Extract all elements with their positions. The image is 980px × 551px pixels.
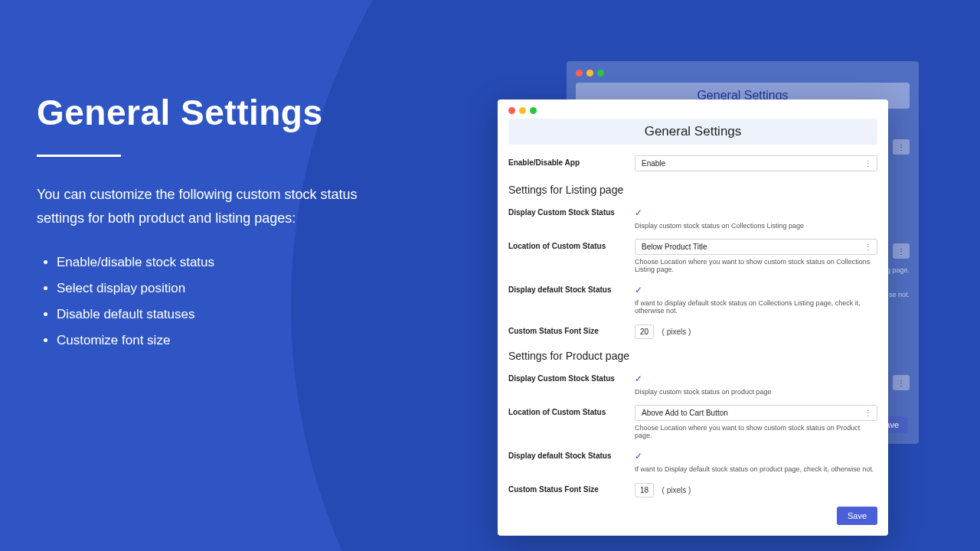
save-button[interactable]: Save <box>837 507 877 525</box>
back-select-stub: ⋮ <box>893 139 910 155</box>
caret-icon: ⋮ <box>864 159 871 168</box>
bullet-item: Disable default statuses <box>57 302 389 328</box>
listing-location-help: Choose Location where you want to show c… <box>635 258 877 273</box>
window-controls <box>576 67 910 83</box>
product-location-select[interactable]: Above Add to Cart Button ⋮ <box>635 405 877 421</box>
product-display-custom-label: Display Custom Stock Status <box>508 371 635 383</box>
zoom-dot-icon[interactable] <box>530 107 537 114</box>
promo-copy: General Settings You can customize the f… <box>37 92 389 354</box>
product-location-label: Location of Custom Status <box>508 405 635 416</box>
product-font-label: Custom Status Font Size <box>508 482 635 494</box>
product-section-heading: Settings for Product page <box>508 350 877 362</box>
panel-title: General Settings <box>508 119 877 145</box>
product-display-default-checkbox[interactable]: ✓ <box>635 452 644 461</box>
divider <box>37 155 121 157</box>
promo-bullets: Enable/disable stock status Select displ… <box>37 249 389 354</box>
promo-desc: You can customize the following custom s… <box>37 183 389 230</box>
listing-display-custom-label: Display Custom Stock Status <box>508 205 635 217</box>
back-select-stub: ⋮ <box>893 375 910 390</box>
minimize-dot-icon[interactable] <box>519 107 526 114</box>
zoom-dot-icon <box>597 70 604 77</box>
product-location-help: Choose Location where you want to show c… <box>635 424 877 439</box>
listing-section-heading: Settings for Listing page <box>508 184 877 196</box>
enable-app-value: Enable <box>642 159 665 168</box>
enable-app-label: Enable/Disable App <box>508 155 635 167</box>
pixels-unit: ( pixels ) <box>662 328 691 336</box>
listing-location-value: Below Product Title <box>642 243 707 251</box>
close-dot-icon <box>576 70 583 77</box>
product-display-default-help: If want to Display default stock status … <box>635 465 877 473</box>
listing-display-default-checkbox[interactable]: ✓ <box>635 285 644 295</box>
caret-icon: ⋮ <box>864 243 871 251</box>
bullet-item: Customize font size <box>57 328 389 354</box>
product-display-custom-help: Display custom stock status on product p… <box>635 388 877 396</box>
settings-window: General Settings Enable/Disable App Enab… <box>498 99 888 536</box>
product-display-custom-checkbox[interactable]: ✓ <box>635 374 644 383</box>
product-font-input[interactable]: 18 <box>635 483 654 497</box>
listing-location-select[interactable]: Below Product Title ⋮ <box>635 239 877 255</box>
listing-font-input[interactable]: 20 <box>635 324 654 339</box>
pixels-unit: ( pixels ) <box>662 486 691 494</box>
bullet-item: Select display position <box>57 276 389 302</box>
product-display-default-label: Display default Stock Status <box>508 448 635 460</box>
close-dot-icon[interactable] <box>508 107 515 114</box>
listing-display-default-help: If want to display default stock status … <box>635 299 877 315</box>
back-select-stub: ⋮ <box>893 243 910 259</box>
enable-app-select[interactable]: Enable ⋮ <box>635 155 877 171</box>
minimize-dot-icon <box>586 70 593 77</box>
window-controls[interactable] <box>508 106 877 119</box>
listing-location-label: Location of Custom Status <box>508 239 635 250</box>
listing-display-custom-checkbox[interactable]: ✓ <box>635 208 644 217</box>
listing-display-custom-help: Display custom stock status on Collectio… <box>635 222 877 230</box>
caret-icon: ⋮ <box>864 409 871 417</box>
listing-font-label: Custom Status Font Size <box>508 324 635 335</box>
product-location-value: Above Add to Cart Button <box>642 409 728 417</box>
bullet-item: Enable/disable stock status <box>57 249 389 276</box>
listing-display-default-label: Display default Stock Status <box>508 282 635 294</box>
promo-title: General Settings <box>37 92 389 133</box>
